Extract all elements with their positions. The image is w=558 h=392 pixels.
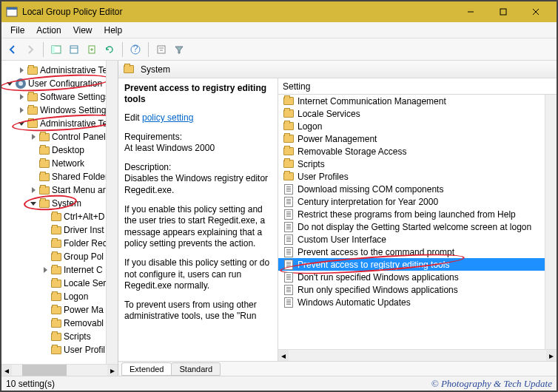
tree-hscrollbar[interactable]: ◂ ▸ [1,364,118,376]
settings-list-pane: Setting Internet Communication Managemen… [278,78,557,361]
tree-node[interactable]: Ctrl+Alt+D [1,210,118,223]
list-item[interactable]: Do not display the Getting Started welco… [278,220,557,233]
tree-node[interactable]: Control Panel [1,130,118,143]
twist-icon[interactable] [40,267,50,273]
list-item[interactable]: Windows Automatic Updates [278,296,557,308]
list-item-label: Removable Storage Access [298,146,406,157]
tree-node[interactable]: Driver Inst [1,223,118,237]
twist-icon[interactable] [28,187,38,193]
twist-icon[interactable] [16,67,27,73]
tree-label: Internet C [64,265,103,275]
back-button[interactable] [4,41,21,58]
twist-icon[interactable] [16,107,27,113]
tree-label: System [52,198,81,209]
policy-icon [283,234,295,246]
list-item[interactable]: Custom User Interface [278,233,557,246]
tab-extended[interactable]: Extended [121,362,172,376]
list-item-label: Century interpretation for Year 2000 [298,197,438,207]
tree-node[interactable]: Desktop [1,143,118,157]
list-body: Internet Communication ManagementLocale … [278,95,557,361]
refresh-button[interactable] [101,41,118,58]
menu-action[interactable]: Action [30,24,67,37]
tree-node[interactable]: User Profil [1,343,118,356]
edit-policy-link[interactable]: policy setting [142,112,193,123]
tree-node[interactable]: Software Settings [1,90,118,104]
menu-file[interactable]: File [4,24,30,37]
tree-node[interactable]: Folder Rec [1,237,118,250]
edit-link-row: Edit policy setting [124,112,272,124]
scroll-left-icon[interactable]: ◂ [278,350,289,361]
list-item[interactable]: Scripts [278,158,557,170]
tree-node[interactable]: Group Pol [1,250,118,263]
menu-view[interactable]: View [67,24,98,37]
list-item[interactable]: Power Management [278,132,557,145]
close-button[interactable] [520,1,552,22]
filter-options-button[interactable] [153,41,169,58]
status-count: 10 setting(s) [6,379,55,389]
policy-icon [283,196,295,208]
twist-icon[interactable] [28,134,38,140]
tree-label: Scripts [64,331,91,342]
list-item[interactable]: Prevent access to registry editing tools [278,258,557,271]
tree-node[interactable]: User Configuration [1,77,118,90]
tab-standard[interactable]: Standard [171,362,221,376]
maximize-button[interactable] [487,1,520,22]
list-hscrollbar[interactable]: ◂ ▸ [278,349,557,361]
scroll-left-icon[interactable]: ◂ [1,365,12,376]
show-hide-tree-button[interactable] [48,41,64,58]
folder-icon [50,344,62,356]
tree-node[interactable]: Scripts [1,330,118,343]
list-header[interactable]: Setting [278,78,557,95]
properties-button[interactable] [66,41,82,58]
folder-icon [50,277,62,289]
twist-icon[interactable] [16,122,27,126]
list-item[interactable]: Logon [278,120,557,132]
scroll-right-icon[interactable]: ▸ [546,350,557,361]
folder-icon [50,251,62,263]
list-item[interactable]: Download missing COM components [278,183,557,195]
list-item[interactable]: Internet Communication Management [278,95,557,107]
tree-node[interactable]: Internet C [1,263,118,277]
tree-label: Shared Folder [52,172,108,182]
list-vscrollbar[interactable] [545,95,557,349]
help-button[interactable]: ? [127,41,144,58]
list-item-label: Prevent access to the command prompt [298,247,454,257]
tree-node[interactable]: Removabl [1,317,118,330]
tree-node[interactable]: Shared Folder [1,170,118,183]
menu-help[interactable]: Help [98,24,129,37]
twist-icon[interactable] [4,82,15,86]
tree-node[interactable]: Start Menu ar [1,183,118,197]
tree-node[interactable]: Administrative Te [1,64,118,77]
list-item[interactable]: Century interpretation for Year 2000 [278,195,557,208]
tree-node[interactable]: Administrative Te [1,117,118,130]
minimize-button[interactable] [454,1,487,22]
folder-icon [283,158,295,170]
separator [43,42,44,57]
list-item[interactable]: Restrict these programs from being launc… [278,208,557,220]
scroll-right-icon[interactable]: ▸ [107,365,118,376]
scroll-thumb[interactable] [22,365,67,376]
tree-node[interactable]: Logon [1,290,118,303]
forward-button[interactable] [22,41,38,58]
list-item-label: Run only specified Windows applications [298,285,458,295]
separator [148,42,149,57]
folder-icon [38,184,50,196]
list-item[interactable]: Prevent access to the command prompt [278,246,557,258]
list-item[interactable]: Locale Services [278,107,557,120]
list-item[interactable]: Run only specified Windows applications [278,283,557,296]
tree-vscrollbar[interactable] [106,61,118,364]
tree-node[interactable]: Locale Ser [1,277,118,290]
twist-icon[interactable] [16,94,27,100]
list-item[interactable]: User Profiles [278,170,557,183]
export-button[interactable] [84,41,100,58]
tree-node[interactable]: System [1,197,118,210]
tree-node[interactable]: Network [1,157,118,170]
list-item[interactable]: Removable Storage Access [278,145,557,158]
tree-node[interactable]: Windows Setting [1,104,118,117]
desc-text: Disables the Windows registry editor Reg… [124,173,268,195]
desc-label: Description: [124,162,171,172]
twist-icon[interactable] [28,202,38,206]
list-item[interactable]: Don't run specified Windows applications [278,271,557,283]
tree-node[interactable]: Power Ma [1,303,118,317]
filter-button[interactable] [171,41,187,58]
